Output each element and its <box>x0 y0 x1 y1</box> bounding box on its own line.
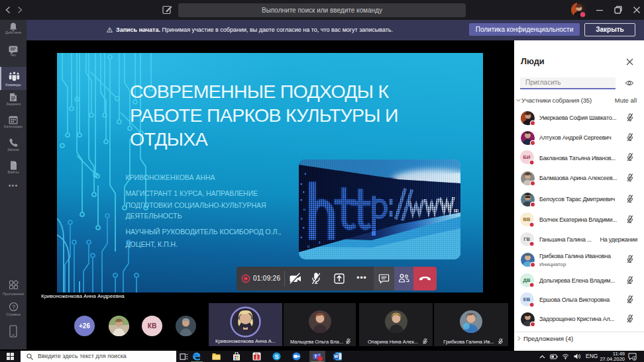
svg-text:S: S <box>274 353 278 360</box>
svg-text:T: T <box>315 354 317 359</box>
svg-text:W: W <box>334 354 339 359</box>
svg-text:?: ? <box>12 304 15 310</box>
svg-text:4: 4 <box>633 357 635 361</box>
